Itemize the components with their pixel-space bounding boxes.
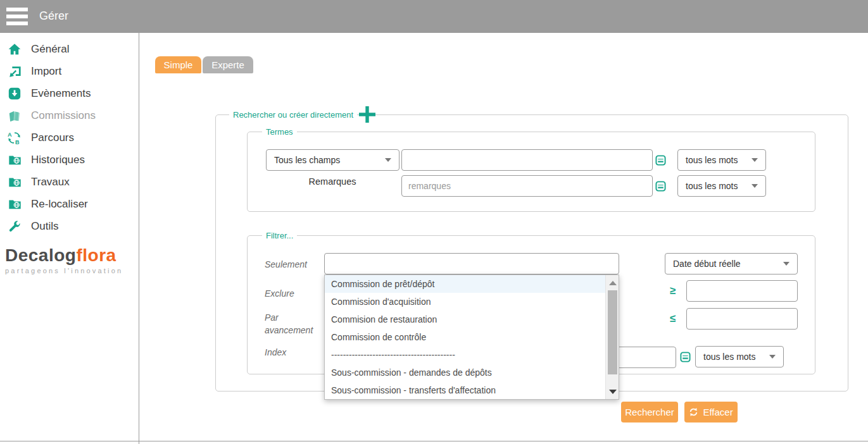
- remarques-label: Remarques: [279, 176, 386, 187]
- par-avancement-label: Par avancement: [265, 311, 320, 336]
- lte-symbol: ≤: [670, 312, 676, 325]
- match-mode-value: tous les mots: [686, 181, 738, 191]
- sidebar-item-label: Evènements: [31, 87, 91, 100]
- sidebar-item-historiques[interactable]: Historiques: [0, 149, 139, 171]
- svg-text:A: A: [8, 132, 12, 138]
- sidebar-item-evenements[interactable]: Evènements: [0, 82, 139, 104]
- tab-simple[interactable]: Simple: [155, 56, 201, 73]
- dropdown-option-separator[interactable]: ----------------------------------------…: [325, 346, 606, 364]
- sidebar-item-label: Import: [31, 65, 61, 78]
- sidebar-item-label: Outils: [31, 220, 58, 233]
- match-mode-select-3[interactable]: tous les mots: [695, 346, 784, 367]
- logo-brand-text: Decalog: [5, 245, 76, 265]
- remarques-input[interactable]: [401, 175, 653, 197]
- refresh-icon: [689, 407, 698, 417]
- logo-product-text: flora: [76, 245, 116, 265]
- effacer-button[interactable]: Effacer: [684, 402, 738, 422]
- books-icon: [6, 108, 23, 123]
- sidebar-item-general[interactable]: Général: [0, 38, 139, 60]
- chevron-down-icon: [783, 262, 789, 266]
- folder-globe-icon: [6, 152, 23, 168]
- sidebar-item-label: Re-localiser: [31, 198, 88, 211]
- dropdown-option[interactable]: Sous-commission - demandes de dépôts: [325, 364, 606, 381]
- chevron-down-icon: [385, 158, 391, 162]
- rechercher-button-label: Rechercher: [625, 407, 674, 417]
- import-icon: [6, 64, 23, 79]
- chevron-down-icon: [769, 355, 776, 359]
- sidebar-item-label: Travaux: [31, 176, 70, 188]
- top-bar: Gérer: [0, 0, 868, 33]
- scroll-down-arrow-icon[interactable]: [606, 386, 619, 397]
- termes-panel: [247, 132, 815, 212]
- folder-globe-icon: [6, 175, 23, 190]
- dropdown-option[interactable]: Commision de restauration: [325, 311, 606, 328]
- dropdown-option[interactable]: Commission d'acquisition: [325, 293, 606, 311]
- termes-legend: Termes: [262, 127, 297, 137]
- match-mode-select-2[interactable]: tous les mots: [677, 175, 766, 197]
- index-lookup-icon[interactable]: [655, 155, 666, 166]
- page-title: Gérer: [39, 9, 68, 23]
- dropdown-option[interactable]: Commission de contrôle: [325, 328, 606, 346]
- decalog-flora-logo: Decalogflora partageons l'innovation: [5, 245, 132, 274]
- seulement-combobox-input[interactable]: [324, 253, 619, 274]
- dropdown-option[interactable]: Sous-commission - transferts d'affectati…: [325, 381, 606, 399]
- chevron-down-icon: [752, 184, 758, 188]
- sidebar: Général Import: [0, 33, 139, 444]
- scroll-up-arrow-icon[interactable]: [606, 277, 619, 288]
- sidebar-item-label: Commissions: [31, 109, 96, 122]
- bottom-divider: [0, 441, 868, 441]
- sidebar-item-import[interactable]: Import: [0, 60, 139, 82]
- field-select[interactable]: Tous les champs: [266, 149, 399, 171]
- sidebar-item-commissions[interactable]: Commissions: [0, 104, 139, 126]
- date-field-value: Date début réelle: [673, 259, 741, 269]
- index-label: Index: [265, 347, 286, 357]
- folder-globe-icon: [6, 197, 23, 212]
- terms-input[interactable]: [401, 149, 653, 171]
- rechercher-button[interactable]: Rechercher: [621, 402, 678, 422]
- sidebar-item-label: Historiques: [31, 154, 85, 166]
- date-from-input[interactable]: [686, 280, 798, 302]
- match-mode-value: tous les mots: [703, 352, 755, 362]
- home-icon: [6, 42, 23, 57]
- svg-text:B: B: [15, 139, 20, 145]
- date-field-select[interactable]: Date début réelle: [665, 253, 798, 274]
- sidebar-item-parcours[interactable]: A B Parcours: [0, 126, 139, 149]
- effacer-button-label: Effacer: [703, 407, 733, 417]
- add-plus-icon[interactable]: [358, 105, 377, 124]
- sidebar-item-label: Parcours: [31, 132, 74, 144]
- wrench-icon: [6, 219, 23, 234]
- dropdown-option[interactable]: Commission de prêt/dépôt: [325, 275, 606, 293]
- search-create-legend: Rechercher ou créer directement: [229, 110, 357, 120]
- chevron-down-icon: [752, 158, 758, 162]
- logo-tagline: partageons l'innovation: [5, 267, 132, 274]
- commission-dropdown-list: Commission de prêt/dépôt Commission d'ac…: [324, 274, 619, 400]
- app-window: Gérer Général Import: [0, 0, 868, 444]
- index-lookup-icon[interactable]: [655, 181, 666, 192]
- match-mode-select-1[interactable]: tous les mots: [677, 149, 766, 171]
- tab-experte[interactable]: Experte: [203, 56, 253, 73]
- filtrer-legend: Filtrer...: [262, 231, 297, 240]
- exclure-label: Exclure: [265, 288, 322, 299]
- sidebar-item-label: Général: [31, 43, 69, 56]
- seulement-label: Seulement: [265, 259, 307, 269]
- gte-symbol: ≥: [670, 285, 676, 297]
- field-select-value: Tous les champs: [274, 155, 340, 165]
- dropdown-scrollbar[interactable]: [605, 275, 619, 399]
- sidebar-item-relocaliser[interactable]: Re-localiser: [0, 193, 139, 215]
- match-mode-value: tous les mots: [686, 155, 738, 165]
- date-to-input[interactable]: [686, 308, 798, 330]
- sidebar-item-outils[interactable]: Outils: [0, 215, 139, 237]
- index-lookup-icon[interactable]: [680, 352, 691, 362]
- route-ab-icon: A B: [6, 130, 23, 145]
- scrollbar-thumb[interactable]: [608, 290, 617, 374]
- hamburger-menu-icon[interactable]: [6, 8, 28, 25]
- sidebar-item-travaux[interactable]: Travaux: [0, 171, 139, 193]
- events-box-icon: [6, 86, 23, 101]
